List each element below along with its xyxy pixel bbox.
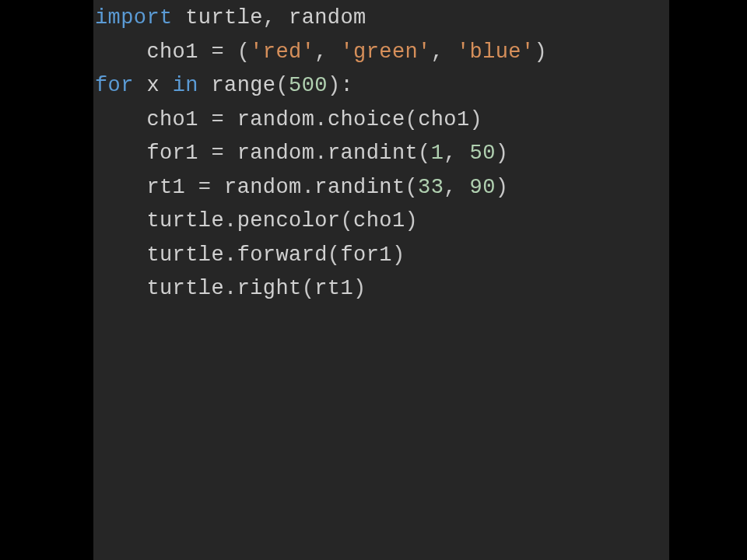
code-line: turtle.right(rt1) xyxy=(95,272,669,306)
code-line: cho1 = ('red', 'green', 'blue') xyxy=(95,36,669,70)
code-line: for x in range(500): xyxy=(95,69,669,103)
code-token: ) xyxy=(535,40,548,64)
code-line: turtle.forward(for1) xyxy=(95,239,669,273)
code-editor[interactable]: import turtle, random cho1 = ('red', 'gr… xyxy=(93,0,669,560)
code-line: for1 = random.randint(1, 50) xyxy=(95,137,669,171)
code-token: choice xyxy=(328,108,405,131)
code-token: 'red' xyxy=(250,40,314,64)
code-token: , xyxy=(444,176,469,199)
code-token: 500 xyxy=(289,74,328,97)
code-content: import turtle, random cho1 = ('red', 'gr… xyxy=(95,2,669,306)
code-token: rt1 xyxy=(95,176,198,199)
code-token: pencolor xyxy=(237,209,341,233)
code-line: cho1 = random.choice(cho1) xyxy=(95,103,669,138)
code-token: cho1 xyxy=(353,209,405,233)
code-token: for xyxy=(95,74,134,97)
code-token: in xyxy=(173,74,198,97)
code-token: 50 xyxy=(470,142,496,165)
code-token: , xyxy=(263,6,289,30)
code-token: for1 xyxy=(95,142,211,165)
code-token: turtle xyxy=(95,209,224,233)
code-token: right xyxy=(237,277,302,300)
code-token: , xyxy=(444,142,469,165)
code-token: for1 xyxy=(340,243,391,267)
code-token: ) xyxy=(405,209,419,233)
code-token: rt1 xyxy=(314,277,353,300)
code-token: forward xyxy=(237,243,328,267)
code-token: ( xyxy=(405,108,419,131)
code-token: . xyxy=(224,209,237,233)
code-token: turtle xyxy=(95,277,224,300)
code-line: rt1 = random.randint(33, 90) xyxy=(95,171,669,205)
code-token: 'blue' xyxy=(457,40,535,64)
code-line: import turtle, random xyxy=(95,2,669,36)
code-token: import xyxy=(95,6,173,30)
code-token: ) xyxy=(392,243,405,267)
code-token: ): xyxy=(328,74,353,97)
code-token: = ( xyxy=(211,40,250,64)
code-token: = xyxy=(211,142,237,165)
code-token: . xyxy=(224,243,237,267)
code-token: ( xyxy=(275,74,289,97)
code-token: 1 xyxy=(431,142,444,165)
code-token: randint xyxy=(328,142,418,165)
code-token: . xyxy=(224,277,237,300)
code-token: turtle xyxy=(95,243,224,267)
code-token: 'green' xyxy=(340,40,430,64)
code-token: , xyxy=(431,40,457,64)
code-token: cho1 xyxy=(95,108,211,131)
code-token: . xyxy=(314,142,328,165)
code-token: , xyxy=(314,40,340,64)
code-token: ) xyxy=(496,176,509,199)
code-token: = xyxy=(211,108,237,131)
code-token: turtle xyxy=(173,6,263,30)
code-token: 33 xyxy=(418,176,444,199)
code-token: ( xyxy=(418,142,431,165)
code-token: ) xyxy=(353,277,366,300)
code-token: ( xyxy=(340,209,353,233)
code-token: 90 xyxy=(470,176,496,199)
code-token: random xyxy=(289,6,366,30)
code-token: ( xyxy=(302,277,315,300)
code-token: x xyxy=(134,74,173,97)
code-token: cho1 xyxy=(418,108,469,131)
code-token: . xyxy=(314,108,328,131)
code-token: ( xyxy=(328,243,341,267)
code-token: ( xyxy=(405,176,419,199)
code-token: random xyxy=(224,176,302,199)
code-token: randint xyxy=(314,176,405,199)
code-token: random xyxy=(237,142,315,165)
code-token: ) xyxy=(470,108,483,131)
code-line: turtle.pencolor(cho1) xyxy=(95,205,669,239)
code-token: . xyxy=(302,176,315,199)
code-token: random xyxy=(237,108,315,131)
code-token: ) xyxy=(496,142,509,165)
code-token: = xyxy=(198,176,224,199)
code-token: cho1 xyxy=(95,40,211,64)
code-token: range xyxy=(198,74,276,97)
